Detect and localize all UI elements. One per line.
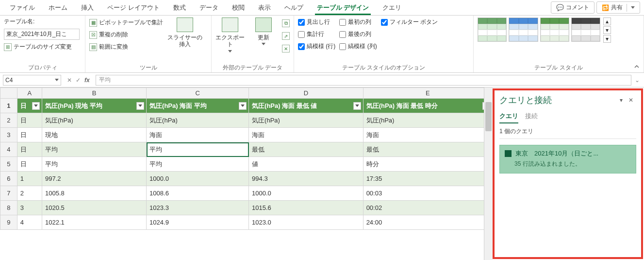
refresh-button[interactable]: 更新: [249, 17, 279, 45]
remove-duplicates[interactable]: ☒ 重複の削除: [89, 31, 163, 39]
tab-view[interactable]: 表示: [251, 0, 278, 16]
chk-last-col[interactable]: 最後の列: [339, 30, 377, 39]
pane-menu-icon[interactable]: ▾: [617, 97, 626, 104]
cell[interactable]: 時分: [363, 157, 492, 172]
table-header-cell[interactable]: 気圧(hPa) 海面 最低 時分: [363, 99, 492, 113]
filter-dropdown-icon[interactable]: [239, 102, 247, 110]
table-styles-gallery[interactable]: ▴ ▾ ▾: [478, 17, 611, 58]
row-header[interactable]: 3: [0, 128, 17, 142]
row-header[interactable]: 6: [0, 172, 17, 186]
formula-expand-button[interactable]: ⌄: [633, 77, 641, 84]
cell[interactable]: 1: [17, 172, 42, 186]
cell[interactable]: 気圧(hPa): [42, 113, 147, 128]
cell[interactable]: 最低: [363, 142, 492, 157]
cell[interactable]: 3: [17, 201, 42, 215]
cell[interactable]: 1022.1: [42, 215, 147, 230]
cell[interactable]: 現地: [42, 128, 147, 142]
table-header-cell[interactable]: 気圧(hPa) 海面 最低 値: [249, 99, 363, 113]
style-thumb[interactable]: [478, 17, 507, 42]
ribbon-collapse-button[interactable]: [632, 63, 641, 70]
cell[interactable]: 気圧(hPa): [363, 113, 492, 128]
tab-table-design[interactable]: テーブル デザイン: [310, 0, 376, 16]
cell[interactable]: 日: [17, 157, 42, 172]
formula-input[interactable]: 平均: [96, 75, 631, 86]
filter-dropdown-icon[interactable]: [353, 102, 361, 110]
table-header-cell[interactable]: 日: [17, 99, 42, 113]
cell[interactable]: 平均: [42, 157, 147, 172]
style-thumb[interactable]: [540, 17, 569, 42]
cell[interactable]: 1020.5: [42, 201, 147, 215]
cell[interactable]: 00:03: [363, 186, 492, 201]
tab-review[interactable]: 校閲: [225, 0, 251, 16]
cell[interactable]: 日: [17, 142, 42, 157]
row-header[interactable]: 2: [0, 113, 17, 128]
open-browser-icon[interactable]: ⇗: [282, 32, 290, 40]
gallery-up-icon[interactable]: ▴: [603, 17, 611, 25]
close-icon[interactable]: ✕: [626, 97, 636, 104]
chk-banded-cols[interactable]: 縞模様 (列): [339, 42, 377, 51]
style-thumb[interactable]: [571, 17, 600, 42]
name-box[interactable]: C4: [3, 75, 61, 86]
table-header-cell[interactable]: 気圧(hPa) 現地 平均: [42, 99, 147, 113]
filter-dropdown-icon[interactable]: [32, 102, 40, 110]
row-header[interactable]: 4: [0, 142, 17, 157]
tab-formulas[interactable]: 数式: [166, 0, 193, 16]
cell[interactable]: 値: [249, 157, 363, 172]
cell[interactable]: 海面: [249, 128, 363, 142]
cell[interactable]: 1005.8: [42, 186, 147, 201]
tab-help[interactable]: ヘルプ: [278, 0, 310, 16]
cell[interactable]: 17:35: [363, 172, 492, 186]
fx-icon[interactable]: fx: [84, 77, 90, 84]
cell[interactable]: 平均: [147, 142, 249, 157]
cell[interactable]: 日: [17, 128, 42, 142]
cell[interactable]: 4: [17, 215, 42, 230]
col-header-A[interactable]: A: [17, 88, 42, 99]
col-header-D[interactable]: D: [249, 88, 363, 99]
style-thumb[interactable]: [509, 17, 538, 42]
cell[interactable]: 1023.3: [147, 201, 249, 215]
share-button[interactable]: 🔂 共有: [596, 1, 640, 14]
scrollbar-thumb[interactable]: [485, 102, 492, 131]
chk-total-row[interactable]: 集計行: [298, 30, 335, 39]
chk-first-col[interactable]: 最初の列: [339, 17, 377, 27]
cell[interactable]: 日: [17, 113, 42, 128]
cell[interactable]: 1015.6: [249, 201, 363, 215]
cell[interactable]: 1008.6: [147, 186, 249, 201]
cell[interactable]: 1000.0: [249, 186, 363, 201]
query-item[interactable]: 東京 2021年10月（日ごと... 35 行読み込まれました。: [499, 145, 636, 173]
unlink-icon[interactable]: ✕: [282, 45, 290, 52]
cell[interactable]: 平均: [42, 142, 147, 157]
col-header-B[interactable]: B: [42, 88, 147, 99]
gallery-more-icon[interactable]: ▾: [603, 35, 611, 43]
row-header[interactable]: 9: [0, 215, 17, 230]
tab-insert[interactable]: 挿入: [74, 0, 100, 16]
tab-page-layout[interactable]: ページ レイアウト: [100, 0, 166, 16]
pane-tab-connections[interactable]: 接続: [525, 112, 538, 123]
cancel-icon[interactable]: ✕: [67, 77, 72, 84]
cell[interactable]: 00:02: [363, 201, 492, 215]
table-name-input[interactable]: 東京_2021年10月_日こ: [4, 29, 80, 40]
cell[interactable]: 1024.9: [147, 215, 249, 230]
spreadsheet-grid[interactable]: A B C D E 1 日 気圧(hPa) 現地 平均 気圧(hPa) 海面 平…: [0, 87, 493, 260]
col-header-E[interactable]: E: [363, 88, 492, 99]
pane-tab-queries[interactable]: クエリ: [499, 112, 518, 123]
gallery-down-icon[interactable]: ▾: [603, 26, 611, 34]
comment-button[interactable]: 💬 コメント: [551, 1, 594, 14]
enter-icon[interactable]: ✓: [76, 77, 81, 84]
cell[interactable]: 1023.0: [249, 215, 363, 230]
col-header-C[interactable]: C: [147, 88, 249, 99]
select-all-corner[interactable]: [0, 88, 17, 99]
cell[interactable]: 気圧(hPa): [147, 113, 249, 128]
tab-file[interactable]: ファイル: [3, 0, 42, 16]
cell[interactable]: 平均: [147, 157, 249, 172]
cell[interactable]: 2: [17, 186, 42, 201]
row-header[interactable]: 7: [0, 186, 17, 201]
row-header[interactable]: 8: [0, 201, 17, 215]
cell[interactable]: 1000.0: [147, 172, 249, 186]
tab-query[interactable]: クエリ: [376, 0, 408, 16]
cell[interactable]: 海面: [147, 128, 249, 142]
cell[interactable]: 気圧(hPa): [249, 113, 363, 128]
tab-data[interactable]: データ: [193, 0, 225, 16]
properties-icon[interactable]: ⧉: [282, 19, 290, 27]
vertical-scrollbar[interactable]: [484, 87, 493, 260]
